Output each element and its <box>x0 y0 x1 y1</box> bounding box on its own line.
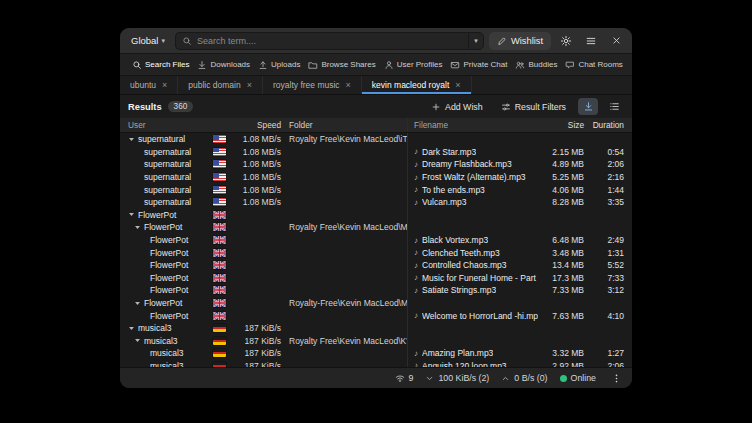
music-note-icon: ♪ <box>414 248 418 257</box>
toolbar-tab-private-chat[interactable]: Private Chat <box>446 54 511 75</box>
toolbar-tab-browse-shares[interactable]: Browse Shares <box>304 54 379 75</box>
wishlist-button[interactable]: Wishlist <box>489 32 551 50</box>
header-duration[interactable]: Duration <box>584 118 632 132</box>
filename-cell: Frost Waltz (Alternate).mp3 <box>422 172 526 182</box>
speed-cell <box>235 259 281 272</box>
size-cell: 5.25 MB <box>538 171 584 184</box>
music-note-icon: ♪ <box>414 173 418 182</box>
filename-cell: Controlled Chaos.mp3 <box>422 260 507 270</box>
file-row[interactable]: FlowerPot♪Black Vortex.mp36.48 MB2:49 <box>120 234 632 247</box>
user-name: FlowerPot <box>144 298 182 308</box>
user-row[interactable]: FlowerPotRoyalty-Free\Kevin MacLeod\Musi… <box>120 297 632 310</box>
flag-de-icon <box>213 349 226 357</box>
search-history-dropdown[interactable]: ▾ <box>468 32 484 50</box>
file-row[interactable]: supernatural1.08 MB/s♪Vulcan.mp38.28 MB3… <box>120 196 632 209</box>
expander-icon[interactable] <box>134 337 144 344</box>
folder-cell: Royalty Free\Kevin MacLeod\iTunes <box>281 133 407 146</box>
grouping-mode-toggle[interactable] <box>604 98 624 115</box>
size-cell <box>538 335 584 348</box>
file-row[interactable]: FlowerPot♪Welcome to HorrorLand -hi.mp37… <box>120 309 632 322</box>
user-row[interactable]: musical3187 KiB/s <box>120 322 632 335</box>
online-label: Online <box>571 373 596 383</box>
scope-dropdown[interactable]: Global ▾ <box>126 33 170 48</box>
expander-icon[interactable] <box>128 136 138 143</box>
expander-icon[interactable] <box>134 300 144 307</box>
file-row[interactable]: supernatural1.08 MB/s♪To the ends.mp34.0… <box>120 183 632 196</box>
toolbar-tab-uploads[interactable]: Uploads <box>254 54 304 75</box>
speed-cell: 187 KiB/s <box>235 322 281 335</box>
expander-icon[interactable] <box>134 224 144 231</box>
search-tab-ubuntu[interactable]: ubuntu× <box>120 76 178 94</box>
file-row[interactable]: FlowerPot♪Music for Funeral Home - Part … <box>120 272 632 285</box>
menu-button[interactable] <box>581 31 601 51</box>
result-filters-button[interactable]: Result Filters <box>495 100 572 114</box>
main-window: Global ▾ ▾ Wishlist <box>120 28 632 388</box>
file-row[interactable]: supernatural1.08 MB/s♪Dark Star.mp32.15 … <box>120 146 632 159</box>
user-row[interactable]: musical3187 KiB/sRoyalty Free\Kevin MacL… <box>120 335 632 348</box>
toolbar-tab-buddies[interactable]: Buddies <box>511 54 561 75</box>
add-wish-button[interactable]: Add Wish <box>425 100 489 114</box>
search-tab-kevin-macleod-royalt[interactable]: kevin macleod royalt× <box>362 76 472 94</box>
duration-cell: 1:31 <box>584 246 632 259</box>
toolbar-tab-search-files[interactable]: Search Files <box>128 54 193 75</box>
envelope-icon <box>450 60 460 70</box>
header-size[interactable]: Size <box>538 118 584 132</box>
duration-cell <box>584 335 632 348</box>
size-cell: 17.3 MB <box>538 272 584 285</box>
file-row[interactable]: musical3187 KiB/s♪Amazing Plan.mp33.32 M… <box>120 347 632 360</box>
toolbar-tab-downloads[interactable]: Downloads <box>193 54 254 75</box>
user-row[interactable]: supernatural1.08 MB/sRoyalty Free\Kevin … <box>120 133 632 146</box>
kebab-menu-icon <box>611 373 622 384</box>
download-status[interactable]: 100 KiB/s (2) <box>425 373 489 383</box>
filename-cell: Clenched Teeth.mp3 <box>422 248 500 258</box>
flag-gb-icon <box>213 261 226 269</box>
header-user[interactable]: User <box>120 118 213 132</box>
preferences-button[interactable] <box>556 31 576 51</box>
file-row[interactable]: FlowerPot♪Clenched Teeth.mp33.48 MB1:31 <box>120 246 632 259</box>
filename-cell: Amazing Plan.mp3 <box>422 348 493 358</box>
file-row[interactable]: supernatural1.08 MB/s♪Frost Waltz (Alter… <box>120 171 632 184</box>
search-tab-royalty-free-music[interactable]: royalty free music× <box>263 76 362 94</box>
size-cell: 8.28 MB <box>538 196 584 209</box>
scope-label: Global <box>131 35 158 46</box>
user-row[interactable]: FlowerPotRoyalty Free\Kevin MacLeod\Musi… <box>120 221 632 234</box>
folder-cell <box>281 146 407 159</box>
file-row[interactable]: musical3187 KiB/s♪Anguish 120 loop.mp32.… <box>120 360 632 367</box>
statusbar-menu-button[interactable] <box>608 370 624 386</box>
duration-cell <box>584 221 632 234</box>
online-status[interactable]: Online <box>560 373 596 383</box>
folder-cell: Royalty-Free\Kevin MacLeod\Music <box>281 297 407 310</box>
folder-cell <box>281 171 407 184</box>
size-cell: 3.32 MB <box>538 347 584 360</box>
header-folder[interactable]: Folder <box>281 118 407 132</box>
status-bar: 9 100 KiB/s (2) 0 B/s (0) Online <box>120 367 632 388</box>
expand-collapse-toggle[interactable] <box>578 98 598 115</box>
file-row[interactable]: supernatural1.08 MB/s♪Dreamy Flashback.m… <box>120 158 632 171</box>
flag-gb-icon <box>213 299 226 307</box>
toolbar-tab-chat-rooms[interactable]: Chat Rooms <box>561 54 626 75</box>
close-tab-icon[interactable]: × <box>162 81 167 90</box>
folder-cell <box>281 309 407 322</box>
expander-icon[interactable] <box>128 325 138 332</box>
header-speed[interactable]: Speed <box>235 118 281 132</box>
user-row[interactable]: FlowerPot <box>120 209 632 222</box>
search-tab-public-domain[interactable]: public domain× <box>178 76 263 94</box>
header-filename[interactable]: Filename <box>407 118 538 132</box>
close-tab-icon[interactable]: × <box>346 81 351 90</box>
search-input[interactable] <box>197 36 462 46</box>
close-tab-icon[interactable]: × <box>455 81 460 90</box>
upload-status[interactable]: 0 B/s (0) <box>501 373 547 383</box>
expander-icon[interactable] <box>128 211 138 218</box>
close-button[interactable] <box>606 31 626 51</box>
connection-status[interactable]: 9 <box>395 373 414 383</box>
search-icon <box>132 60 142 70</box>
search-entry[interactable] <box>175 32 468 50</box>
file-row[interactable]: FlowerPot♪Satiate Strings.mp37.33 MB3:12 <box>120 284 632 297</box>
toolbar-tab-user-profiles[interactable]: User Profiles <box>380 54 447 75</box>
duration-cell: 5:52 <box>584 259 632 272</box>
file-row[interactable]: FlowerPot♪Controlled Chaos.mp313.4 MB5:5… <box>120 259 632 272</box>
download-icon <box>197 60 207 70</box>
close-tab-icon[interactable]: × <box>247 81 252 90</box>
filename-cell: Welcome to HorrorLand -hi.mp3 <box>422 311 538 321</box>
folder-cell <box>281 246 407 259</box>
